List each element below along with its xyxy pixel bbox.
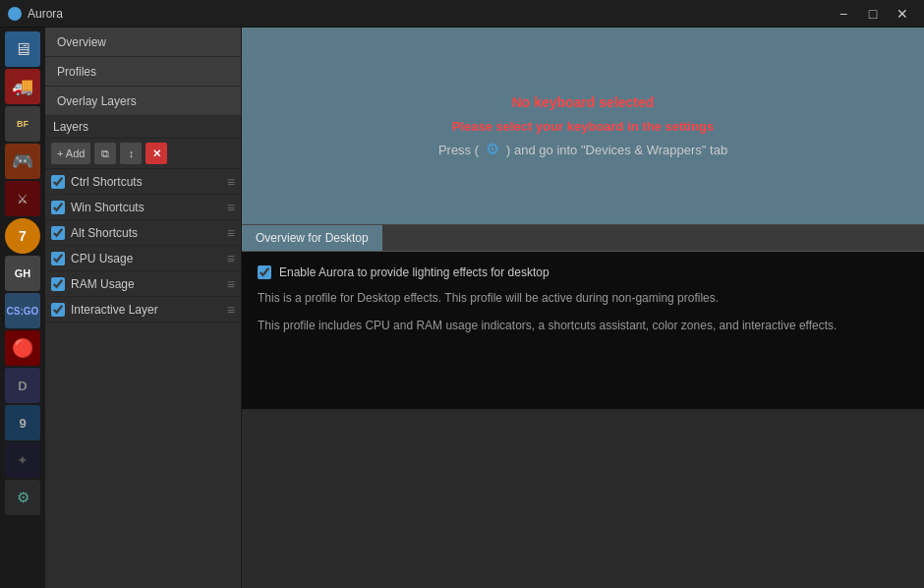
- layer-checkbox[interactable]: [51, 252, 65, 265]
- layer-name: CPU Usage: [71, 252, 221, 265]
- layer-checkbox[interactable]: [51, 226, 65, 240]
- profiles-nav-button[interactable]: Profiles: [45, 57, 241, 87]
- sidebar-item-gear-app[interactable]: ⚙: [5, 480, 40, 515]
- app-title: Aurora: [28, 7, 63, 21]
- sidebar-item-gh[interactable]: GH: [5, 256, 40, 291]
- no-keyboard-line1: No keyboard selected: [438, 90, 727, 115]
- no-keyboard-line3-prefix: Press (: [438, 139, 479, 161]
- sidebar-item-red2[interactable]: 🔴: [5, 330, 40, 366]
- enable-aurora-label: Enable Aurora to provide lighting effect…: [279, 265, 549, 279]
- no-keyboard-line2: Please select your keyboard in the setti…: [438, 115, 727, 138]
- layer-item[interactable]: RAM Usage≡: [45, 271, 241, 297]
- layer-name: Alt Shortcuts: [71, 226, 221, 240]
- app-sidebar: 🖥 🚚 BF 🎮 ⚔ 7 GH CS:GO 🔴 D 9 ✦ ⚙: [0, 28, 45, 588]
- layer-drag-handle[interactable]: ≡: [227, 174, 235, 190]
- sidebar-item-7[interactable]: 7: [5, 218, 40, 254]
- no-keyboard-line3-suffix: ) and go into "Devices & Wrappers" tab: [506, 139, 727, 161]
- minimize-button[interactable]: −: [830, 4, 857, 24]
- copy-layer-button[interactable]: ⧉: [94, 143, 116, 164]
- layer-item[interactable]: Win Shortcuts≡: [45, 195, 241, 220]
- layer-checkbox[interactable]: [51, 175, 65, 189]
- settings-gear-icon: ⚙: [483, 140, 502, 159]
- overlay-layers-nav-button[interactable]: Overlay Layers: [45, 87, 241, 116]
- layers-header: Layers: [45, 116, 241, 139]
- move-layer-button[interactable]: ↕: [120, 143, 142, 164]
- main-layout: 🖥 🚚 BF 🎮 ⚔ 7 GH CS:GO 🔴 D 9 ✦ ⚙ Overview…: [0, 28, 924, 588]
- delete-layer-button[interactable]: ✕: [145, 143, 167, 164]
- layer-item[interactable]: Interactive Layer≡: [45, 297, 241, 323]
- sidebar-item-bf[interactable]: BF: [5, 106, 40, 142]
- maximize-button[interactable]: □: [859, 4, 887, 24]
- layer-drag-handle[interactable]: ≡: [227, 276, 235, 292]
- layer-drag-handle[interactable]: ≡: [227, 251, 235, 266]
- titlebar-controls: − □ ✕: [830, 4, 916, 24]
- layers-toolbar: + Add ⧉ ↕ ✕: [45, 139, 241, 169]
- overview-content: Enable Aurora to provide lighting effect…: [242, 252, 924, 409]
- close-button[interactable]: ✕: [889, 4, 916, 24]
- overview-desc2: This profile includes CPU and RAM usage …: [258, 317, 908, 334]
- sidebar-item-dungeon[interactable]: D: [5, 368, 40, 403]
- no-keyboard-message: No keyboard selected Please select your …: [438, 90, 727, 161]
- layer-item[interactable]: Ctrl Shortcuts≡: [45, 169, 241, 195]
- sidebar-item-csgo[interactable]: CS:GO: [5, 293, 40, 328]
- keyboard-preview: No keyboard selected Please select your …: [242, 28, 924, 224]
- layers-list: Ctrl Shortcuts≡Win Shortcuts≡Alt Shortcu…: [45, 169, 241, 588]
- sidebar-item-truck[interactable]: 🚚: [5, 69, 40, 104]
- no-keyboard-line3: Press ( ⚙ ) and go into "Devices & Wrapp…: [438, 139, 727, 161]
- right-panel: No keyboard selected Please select your …: [242, 28, 924, 588]
- overview-tab[interactable]: Overview for Desktop: [242, 225, 382, 251]
- enable-aurora-checkbox[interactable]: [258, 265, 271, 279]
- layer-name: Interactive Layer: [71, 303, 221, 317]
- layer-name: RAM Usage: [71, 277, 221, 291]
- layer-name: Ctrl Shortcuts: [71, 175, 221, 189]
- overview-nav-button[interactable]: Overview: [45, 28, 241, 57]
- sidebar-item-game2[interactable]: ⚔: [5, 181, 40, 216]
- overview-desc1: This is a profile for Desktop effects. T…: [258, 289, 908, 307]
- layer-drag-handle[interactable]: ≡: [227, 225, 235, 241]
- layer-drag-handle[interactable]: ≡: [227, 302, 235, 318]
- sidebar-item-fan[interactable]: ✦: [5, 442, 40, 478]
- app-icon-title: [8, 7, 22, 21]
- sidebar-item-desktop[interactable]: 🖥: [5, 31, 40, 67]
- layer-checkbox[interactable]: [51, 201, 65, 214]
- add-layer-button[interactable]: + Add: [51, 143, 90, 164]
- layer-checkbox[interactable]: [51, 303, 65, 317]
- sidebar-item-game1[interactable]: 🎮: [5, 144, 40, 179]
- sidebar-item-gabe[interactable]: 9: [5, 405, 40, 441]
- enable-row: Enable Aurora to provide lighting effect…: [258, 265, 908, 279]
- titlebar-left: Aurora: [8, 7, 63, 21]
- layer-drag-handle[interactable]: ≡: [227, 200, 235, 215]
- layer-item[interactable]: Alt Shortcuts≡: [45, 220, 241, 246]
- titlebar: Aurora − □ ✕: [0, 0, 924, 28]
- overview-panel: Overview for Desktop Enable Aurora to pr…: [242, 224, 924, 409]
- layer-name: Win Shortcuts: [71, 201, 221, 214]
- layer-checkbox[interactable]: [51, 277, 65, 291]
- middle-panel: Overview Profiles Overlay Layers Layers …: [45, 28, 242, 588]
- layer-item[interactable]: CPU Usage≡: [45, 246, 241, 271]
